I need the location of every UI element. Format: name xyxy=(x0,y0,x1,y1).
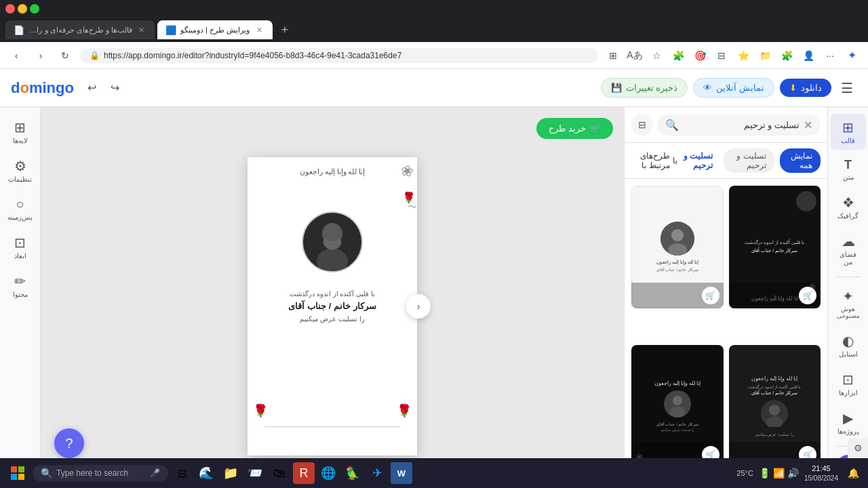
search-bar: ⊟ 🔍 ✕ xyxy=(625,107,827,143)
taskbar-store[interactable]: 🛍 xyxy=(269,462,290,484)
more-btn[interactable]: ··· xyxy=(821,46,840,65)
search-input[interactable] xyxy=(683,120,800,130)
design-line1: با قلبی آکنده از اندوه درگذشت xyxy=(288,289,376,300)
taskbar-search-text: Type here to search xyxy=(56,468,128,478)
volume-icon[interactable]: 🔊 xyxy=(787,468,799,479)
right-sidebar-myspace[interactable]: ☁ فضای من xyxy=(831,228,866,271)
content-icon: ✏ xyxy=(14,273,26,289)
style-icon: ◐ xyxy=(842,333,854,349)
template-card-1[interactable]: إنا لله وإنا إليه راجعون سرکار خانم / جن… xyxy=(631,186,724,308)
card-overlay-1: 🛒 xyxy=(631,283,724,308)
canvas-arrow-button[interactable]: › xyxy=(406,294,431,319)
network-icon[interactable]: 📶 xyxy=(773,468,785,479)
windows-logo-icon xyxy=(11,466,24,480)
svg-point-12 xyxy=(769,405,780,415)
card-action-btn-1[interactable]: 🛒 xyxy=(702,287,719,304)
right-sidebar-template[interactable]: ⊞ قالب xyxy=(831,114,866,150)
help-button[interactable]: ? xyxy=(54,428,84,458)
favorites-btn[interactable]: ⭐ xyxy=(734,46,753,65)
sidebar-item-layers[interactable]: ⊞ لایه‌ها xyxy=(3,114,38,150)
design-canvas: إنا لله وإنا إليه راجعون ❀ 🌹 〜 xyxy=(248,157,417,455)
clear-icon[interactable]: ✕ xyxy=(804,119,812,131)
tab-editor[interactable]: 🟦 ویرایش طرح | دومینگو ✕ xyxy=(157,20,273,39)
extension-btn2[interactable]: 🎯 xyxy=(690,46,709,65)
undo-button[interactable]: ↩ xyxy=(82,78,102,98)
download-button[interactable]: ⬇ دانلود xyxy=(780,79,831,97)
right-sidebar-videos[interactable]: ▶ پروژه‌ها xyxy=(831,405,866,441)
sidebar-item-settings[interactable]: ⚙ تنظیمات xyxy=(3,152,38,188)
taskbar-chrome[interactable]: 🌐 xyxy=(317,462,339,484)
favorite-btn[interactable]: ☆ xyxy=(647,46,666,65)
maximize-window-btn[interactable] xyxy=(30,4,39,14)
taskbar-task-view[interactable]: ⊟ xyxy=(171,462,193,484)
read-aloud-btn[interactable]: Aあ xyxy=(625,46,644,65)
taskbar-parrot[interactable]: 🦜 xyxy=(342,462,363,484)
online-preview-button[interactable]: 👁 نمایش آنلاین xyxy=(693,78,774,98)
sidebar-item-dimensions[interactable]: ⊡ ابعاد xyxy=(3,229,38,265)
template-card-4[interactable]: إنا لله وإنا إليه راجعون با قلبی آکنده ا… xyxy=(729,345,821,468)
sidebar-item-background[interactable]: ○ پس‌زمینه xyxy=(3,191,38,226)
add-site-btn[interactable]: ⊞ xyxy=(604,46,623,65)
redo-button[interactable]: ↪ xyxy=(105,78,125,98)
taskbar-explorer[interactable]: 📁 xyxy=(220,462,241,484)
new-tab-button[interactable]: + xyxy=(275,20,294,39)
url-bar[interactable]: 🔒 https://app.domingo.ir/editor?industry… xyxy=(80,48,598,63)
notification-button[interactable]: 🔔 xyxy=(844,464,863,483)
taskbar-search[interactable]: 🔍 Type here to search 🎤 xyxy=(33,465,168,481)
design-name: سرکار خانم / جناب آقای xyxy=(288,300,376,314)
refresh-button[interactable]: ↻ xyxy=(56,46,75,65)
forward-button[interactable]: › xyxy=(31,46,50,65)
template-card-3[interactable]: إنا لله وإنا إليه راجعون سرکار خانم / جن… xyxy=(631,345,724,468)
tab-templates[interactable]: 📄 قالب‌ها و طرح‌های حرفه‌ای و رایگان ✕ xyxy=(5,20,155,39)
taskbar-telegram[interactable]: ✈ xyxy=(366,462,388,484)
right-sidebar-graphic[interactable]: ❖ گرافیک xyxy=(831,189,866,225)
taskbar-edge[interactable]: 🌊 xyxy=(195,462,217,484)
save-icon: 💾 xyxy=(611,83,622,93)
filter-button[interactable]: ⊟ xyxy=(631,114,653,136)
right-sidebar-ai[interactable]: ✦ هوش مصنوعی xyxy=(831,283,866,325)
myspace-label: فضای من xyxy=(835,251,862,266)
right-sidebar-tools[interactable]: ⊡ ابزارها xyxy=(831,366,866,402)
battery-icon[interactable]: 🔋 xyxy=(759,468,770,479)
sidebar-item-content[interactable]: ✏ محتوا xyxy=(3,268,38,304)
tools-icon: ⊡ xyxy=(842,371,854,388)
extensions-btn[interactable]: 🧩 xyxy=(777,46,796,65)
clock[interactable]: 21:45 15/08/2024 xyxy=(804,464,838,482)
profile-btn[interactable]: 👤 xyxy=(799,46,818,65)
card-action-btn-2[interactable]: 🛒 xyxy=(799,287,816,304)
extension-btn1[interactable]: 🧩 xyxy=(669,46,688,65)
right-sidebar-text[interactable]: T متن xyxy=(831,152,866,186)
temperature-display: 25°C xyxy=(736,469,753,477)
taskbar-red-app[interactable]: R xyxy=(293,462,315,484)
tab-bar: 📄 قالب‌ها و طرح‌های حرفه‌ای و رایگان ✕ 🟦… xyxy=(0,18,868,42)
calligraphy-top: إنا لله وإنا إليه راجعون xyxy=(248,167,417,176)
settings-corner-button[interactable]: ⚙ xyxy=(848,438,868,458)
portrait-image xyxy=(302,211,363,272)
save-button[interactable]: 💾 ذخیره تغییرات xyxy=(601,78,688,98)
portrait-container xyxy=(302,205,363,279)
collections-btn[interactable]: 📁 xyxy=(755,46,774,65)
cat-tab-all[interactable]: نمایش همه xyxy=(780,148,821,173)
tab-close-btn[interactable]: ✕ xyxy=(136,24,146,35)
taskbar-outlook[interactable]: 📨 xyxy=(244,462,266,484)
hamburger-menu[interactable]: ☰ xyxy=(837,78,857,98)
right-sidebar-style[interactable]: ◐ استایل xyxy=(831,327,866,363)
ai-label: هوش مصنوعی xyxy=(835,306,862,319)
svg-rect-14 xyxy=(11,466,17,472)
minimize-window-btn[interactable] xyxy=(18,4,27,14)
copilot-btn[interactable]: ✦ xyxy=(842,46,861,65)
svg-rect-17 xyxy=(18,474,24,480)
background-icon: ○ xyxy=(16,197,24,212)
buy-design-button[interactable]: 🛒 خرید طرح xyxy=(536,118,613,139)
split-btn[interactable]: ⊟ xyxy=(712,46,731,65)
template-card-2[interactable]: با قلبی آکنده از اندوه درگذشت سرکار خانم… xyxy=(729,186,821,308)
tray-icons: 🔋 📶 🔊 xyxy=(759,468,799,479)
design-text-block: با قلبی آکنده از اندوه درگذشت سرکار خانم… xyxy=(288,289,376,325)
start-button[interactable] xyxy=(5,461,30,485)
svg-rect-16 xyxy=(11,474,17,480)
back-button[interactable]: ‹ xyxy=(7,46,26,65)
tab-active-close-btn[interactable]: ✕ xyxy=(254,24,264,35)
close-window-btn[interactable] xyxy=(5,4,15,14)
cat-tab-condolence[interactable]: تسلیت و ترحیم xyxy=(724,148,774,173)
taskbar-word[interactable]: W xyxy=(391,462,412,484)
